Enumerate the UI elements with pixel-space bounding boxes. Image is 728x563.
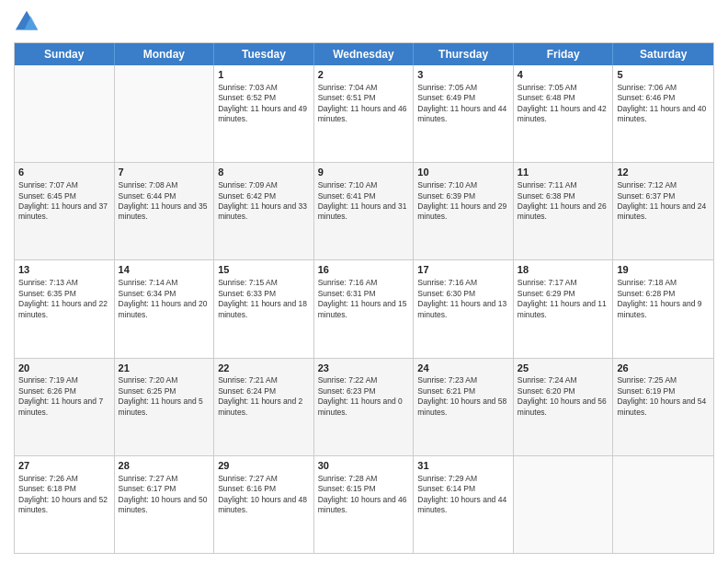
calendar-cell: 30Sunrise: 7:28 AM Sunset: 6:15 PM Dayli… — [314, 456, 415, 553]
cell-info: Sunrise: 7:16 AM Sunset: 6:31 PM Dayligh… — [318, 278, 410, 320]
calendar-row: 13Sunrise: 7:13 AM Sunset: 6:35 PM Dayli… — [15, 260, 713, 358]
day-number: 21 — [119, 362, 210, 375]
weekday-header: Wednesday — [314, 43, 415, 65]
cell-info: Sunrise: 7:07 AM Sunset: 6:45 PM Dayligh… — [18, 180, 110, 223]
day-number: 6 — [18, 166, 110, 179]
calendar-cell: 24Sunrise: 7:23 AM Sunset: 6:21 PM Dayli… — [414, 359, 514, 455]
day-number: 4 — [518, 68, 609, 82]
weekday-header: Monday — [115, 43, 215, 65]
day-number: 31 — [417, 459, 509, 473]
calendar-cell: 28Sunrise: 7:27 AM Sunset: 6:17 PM Dayli… — [115, 456, 215, 553]
calendar-cell — [613, 456, 713, 553]
weekday-header: Thursday — [414, 43, 514, 65]
calendar-cell: 21Sunrise: 7:20 AM Sunset: 6:25 PM Dayli… — [115, 359, 215, 455]
cell-info: Sunrise: 7:13 AM Sunset: 6:35 PM Dayligh… — [18, 278, 110, 320]
cell-info: Sunrise: 7:20 AM Sunset: 6:25 PM Dayligh… — [119, 375, 210, 418]
cell-info: Sunrise: 7:12 AM Sunset: 6:37 PM Dayligh… — [617, 180, 710, 223]
cell-info: Sunrise: 7:21 AM Sunset: 6:24 PM Dayligh… — [218, 375, 310, 418]
day-number: 7 — [119, 166, 210, 179]
calendar-cell: 19Sunrise: 7:18 AM Sunset: 6:28 PM Dayli… — [613, 260, 713, 357]
calendar-cell: 1Sunrise: 7:03 AM Sunset: 6:52 PM Daylig… — [214, 65, 314, 162]
day-number: 19 — [617, 263, 710, 277]
day-number: 23 — [318, 362, 410, 375]
calendar-cell: 31Sunrise: 7:29 AM Sunset: 6:14 PM Dayli… — [414, 456, 514, 553]
calendar-cell: 26Sunrise: 7:25 AM Sunset: 6:19 PM Dayli… — [613, 359, 713, 455]
calendar-cell: 10Sunrise: 7:10 AM Sunset: 6:39 PM Dayli… — [414, 163, 514, 259]
day-number: 11 — [518, 166, 609, 179]
cell-info: Sunrise: 7:03 AM Sunset: 6:52 PM Dayligh… — [218, 83, 310, 125]
cell-info: Sunrise: 7:27 AM Sunset: 6:16 PM Dayligh… — [218, 474, 310, 516]
day-number: 9 — [318, 166, 410, 179]
cell-info: Sunrise: 7:06 AM Sunset: 6:46 PM Dayligh… — [617, 83, 710, 125]
day-number: 3 — [417, 68, 509, 82]
day-number: 17 — [417, 263, 509, 277]
calendar-cell: 18Sunrise: 7:17 AM Sunset: 6:29 PM Dayli… — [514, 260, 614, 357]
header — [14, 9, 714, 35]
cell-info: Sunrise: 7:17 AM Sunset: 6:29 PM Dayligh… — [518, 278, 609, 320]
calendar-cell: 13Sunrise: 7:13 AM Sunset: 6:35 PM Dayli… — [15, 260, 115, 357]
cell-info: Sunrise: 7:14 AM Sunset: 6:34 PM Dayligh… — [119, 278, 210, 320]
day-number: 30 — [318, 459, 410, 473]
day-number: 26 — [617, 362, 710, 375]
cell-info: Sunrise: 7:28 AM Sunset: 6:15 PM Dayligh… — [318, 474, 410, 516]
page-container: SundayMondayTuesdayWednesdayThursdayFrid… — [0, 0, 728, 563]
weekday-header: Saturday — [613, 43, 713, 65]
calendar-cell: 23Sunrise: 7:22 AM Sunset: 6:23 PM Dayli… — [314, 359, 415, 455]
day-number: 27 — [18, 459, 110, 473]
cell-info: Sunrise: 7:19 AM Sunset: 6:26 PM Dayligh… — [18, 375, 110, 418]
cell-info: Sunrise: 7:26 AM Sunset: 6:18 PM Dayligh… — [18, 474, 110, 516]
calendar-cell: 5Sunrise: 7:06 AM Sunset: 6:46 PM Daylig… — [613, 65, 713, 162]
calendar-row: 6Sunrise: 7:07 AM Sunset: 6:45 PM Daylig… — [15, 163, 713, 260]
calendar-cell: 6Sunrise: 7:07 AM Sunset: 6:45 PM Daylig… — [15, 163, 115, 259]
cell-info: Sunrise: 7:10 AM Sunset: 6:39 PM Dayligh… — [417, 180, 509, 223]
day-number: 13 — [18, 263, 110, 277]
cell-info: Sunrise: 7:05 AM Sunset: 6:49 PM Dayligh… — [417, 83, 509, 125]
day-number: 2 — [318, 68, 410, 82]
calendar-cell: 14Sunrise: 7:14 AM Sunset: 6:34 PM Dayli… — [115, 260, 215, 357]
day-number: 28 — [119, 459, 210, 473]
cell-info: Sunrise: 7:27 AM Sunset: 6:17 PM Dayligh… — [119, 474, 210, 516]
cell-info: Sunrise: 7:08 AM Sunset: 6:44 PM Dayligh… — [119, 180, 210, 223]
calendar-cell: 11Sunrise: 7:11 AM Sunset: 6:38 PM Dayli… — [514, 163, 614, 259]
weekday-header: Sunday — [15, 43, 115, 65]
calendar-cell: 29Sunrise: 7:27 AM Sunset: 6:16 PM Dayli… — [214, 456, 314, 553]
day-number: 18 — [518, 263, 609, 277]
day-number: 20 — [18, 362, 110, 375]
day-number: 12 — [617, 166, 710, 179]
calendar-cell — [115, 65, 215, 162]
calendar-cell — [514, 456, 614, 553]
cell-info: Sunrise: 7:15 AM Sunset: 6:33 PM Dayligh… — [218, 278, 310, 320]
calendar-cell — [15, 65, 115, 162]
calendar-cell: 27Sunrise: 7:26 AM Sunset: 6:18 PM Dayli… — [15, 456, 115, 553]
calendar-cell: 2Sunrise: 7:04 AM Sunset: 6:51 PM Daylig… — [314, 65, 415, 162]
cell-info: Sunrise: 7:24 AM Sunset: 6:20 PM Dayligh… — [518, 375, 609, 418]
calendar-cell: 3Sunrise: 7:05 AM Sunset: 6:49 PM Daylig… — [414, 65, 514, 162]
weekday-header: Tuesday — [214, 43, 314, 65]
calendar-cell: 7Sunrise: 7:08 AM Sunset: 6:44 PM Daylig… — [115, 163, 215, 259]
day-number: 22 — [218, 362, 310, 375]
calendar-cell: 17Sunrise: 7:16 AM Sunset: 6:30 PM Dayli… — [414, 260, 514, 357]
calendar-cell: 15Sunrise: 7:15 AM Sunset: 6:33 PM Dayli… — [214, 260, 314, 357]
day-number: 24 — [417, 362, 509, 375]
day-number: 29 — [218, 459, 310, 473]
day-number: 16 — [318, 263, 410, 277]
logo — [14, 9, 41, 35]
calendar-cell: 9Sunrise: 7:10 AM Sunset: 6:41 PM Daylig… — [314, 163, 415, 259]
cell-info: Sunrise: 7:29 AM Sunset: 6:14 PM Dayligh… — [417, 474, 509, 516]
cell-info: Sunrise: 7:22 AM Sunset: 6:23 PM Dayligh… — [318, 375, 410, 418]
calendar-cell: 22Sunrise: 7:21 AM Sunset: 6:24 PM Dayli… — [214, 359, 314, 455]
calendar-cell: 25Sunrise: 7:24 AM Sunset: 6:20 PM Dayli… — [514, 359, 614, 455]
day-number: 25 — [518, 362, 609, 375]
calendar: SundayMondayTuesdayWednesdayThursdayFrid… — [14, 42, 714, 554]
calendar-cell: 4Sunrise: 7:05 AM Sunset: 6:48 PM Daylig… — [514, 65, 614, 162]
logo-icon — [14, 9, 40, 35]
calendar-cell: 16Sunrise: 7:16 AM Sunset: 6:31 PM Dayli… — [314, 260, 415, 357]
day-number: 5 — [617, 68, 710, 82]
calendar-row: 20Sunrise: 7:19 AM Sunset: 6:26 PM Dayli… — [15, 359, 713, 456]
cell-info: Sunrise: 7:05 AM Sunset: 6:48 PM Dayligh… — [518, 83, 609, 125]
calendar-cell: 8Sunrise: 7:09 AM Sunset: 6:42 PM Daylig… — [214, 163, 314, 259]
cell-info: Sunrise: 7:04 AM Sunset: 6:51 PM Dayligh… — [318, 83, 410, 125]
weekday-header: Friday — [514, 43, 614, 65]
calendar-row: 1Sunrise: 7:03 AM Sunset: 6:52 PM Daylig… — [15, 65, 713, 163]
day-number: 1 — [218, 68, 310, 82]
